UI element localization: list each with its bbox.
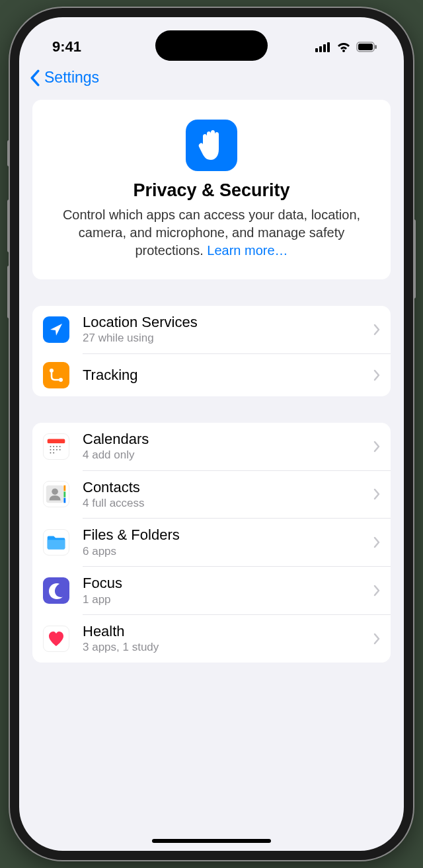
svg-point-20 bbox=[53, 452, 54, 453]
chevron-right-icon bbox=[373, 441, 380, 452]
svg-point-15 bbox=[50, 449, 52, 450]
chevron-right-icon bbox=[373, 585, 380, 597]
files-icon bbox=[43, 529, 69, 556]
hero-card: Privacy & Security Control which apps ca… bbox=[32, 100, 391, 279]
svg-rect-9 bbox=[48, 439, 65, 443]
row-subtitle: 6 apps bbox=[83, 545, 373, 558]
contacts-icon bbox=[43, 481, 69, 507]
power-button bbox=[413, 219, 416, 299]
calendars-icon bbox=[43, 433, 69, 460]
svg-rect-24 bbox=[63, 492, 65, 498]
health-icon bbox=[43, 626, 69, 652]
svg-point-19 bbox=[50, 452, 52, 453]
tracking-icon bbox=[43, 362, 69, 388]
row-health[interactable]: Health 3 apps, 1 study bbox=[32, 615, 391, 663]
status-icons bbox=[315, 42, 377, 52]
section-location-tracking: Location Services 27 while using Trackin… bbox=[32, 306, 391, 396]
content-scroll[interactable]: Privacy & Security Control which apps ca… bbox=[19, 100, 404, 841]
row-title: Tracking bbox=[83, 367, 373, 384]
svg-point-13 bbox=[56, 446, 58, 447]
row-title: Focus bbox=[83, 575, 373, 592]
svg-rect-5 bbox=[358, 44, 373, 50]
svg-point-18 bbox=[59, 449, 61, 450]
chevron-left-icon bbox=[30, 69, 40, 87]
svg-point-22 bbox=[52, 489, 58, 495]
dynamic-island bbox=[155, 30, 268, 61]
row-title: Calendars bbox=[83, 431, 373, 448]
screen: 9:41 Settings Privacy & Security Control… bbox=[19, 17, 404, 851]
phone-device-frame: 9:41 Settings Privacy & Security Control… bbox=[10, 8, 413, 860]
row-title: Location Services bbox=[83, 314, 373, 331]
svg-point-16 bbox=[53, 449, 54, 450]
row-title: Contacts bbox=[83, 479, 373, 496]
silence-switch bbox=[7, 140, 10, 166]
row-subtitle: 3 apps, 1 study bbox=[83, 641, 373, 654]
learn-more-link[interactable]: Learn more… bbox=[207, 243, 288, 258]
chevron-right-icon bbox=[373, 324, 380, 336]
volume-up-button bbox=[7, 199, 10, 252]
svg-rect-1 bbox=[319, 46, 322, 52]
location-icon bbox=[43, 316, 69, 343]
row-title: Files & Folders bbox=[83, 526, 373, 544]
cellular-icon bbox=[315, 42, 331, 52]
back-label: Settings bbox=[44, 69, 99, 87]
row-title: Health bbox=[83, 623, 373, 640]
row-subtitle: 1 app bbox=[83, 593, 373, 606]
svg-point-12 bbox=[53, 446, 54, 447]
svg-point-17 bbox=[56, 449, 58, 450]
svg-rect-25 bbox=[63, 498, 65, 503]
svg-rect-0 bbox=[315, 48, 318, 52]
home-indicator[interactable] bbox=[152, 839, 271, 843]
svg-point-7 bbox=[50, 369, 54, 373]
back-button[interactable]: Settings bbox=[30, 69, 99, 87]
row-files-folders[interactable]: Files & Folders 6 apps bbox=[32, 519, 391, 566]
chevron-right-icon bbox=[373, 488, 380, 500]
svg-point-11 bbox=[50, 446, 52, 447]
row-subtitle: 4 add only bbox=[83, 449, 373, 462]
svg-point-8 bbox=[59, 378, 63, 382]
svg-rect-23 bbox=[63, 486, 65, 491]
status-time: 9:41 bbox=[52, 38, 81, 55]
hero-description: Control which apps can access your data,… bbox=[50, 206, 373, 260]
hero-title: Privacy & Security bbox=[50, 180, 373, 201]
chevron-right-icon bbox=[373, 633, 380, 645]
row-subtitle: 4 full access bbox=[83, 497, 373, 510]
row-calendars[interactable]: Calendars 4 add only bbox=[32, 423, 391, 470]
section-data-access: Calendars 4 add only Contacts 4 full acc… bbox=[32, 423, 391, 663]
focus-icon bbox=[43, 577, 69, 604]
svg-rect-2 bbox=[323, 44, 326, 52]
svg-point-14 bbox=[59, 446, 61, 447]
svg-rect-3 bbox=[327, 42, 330, 52]
battery-icon bbox=[356, 42, 377, 52]
row-contacts[interactable]: Contacts 4 full access bbox=[32, 471, 391, 519]
row-location-services[interactable]: Location Services 27 while using bbox=[32, 306, 391, 353]
privacy-hand-icon bbox=[186, 120, 237, 171]
row-subtitle: 27 while using bbox=[83, 332, 373, 345]
chevron-right-icon bbox=[373, 536, 380, 548]
chevron-right-icon bbox=[373, 369, 380, 381]
row-tracking[interactable]: Tracking bbox=[32, 354, 391, 396]
row-focus[interactable]: Focus 1 app bbox=[32, 567, 391, 614]
svg-rect-6 bbox=[375, 45, 377, 49]
wifi-icon bbox=[336, 42, 351, 52]
volume-down-button bbox=[7, 266, 10, 318]
nav-bar: Settings bbox=[19, 63, 404, 100]
